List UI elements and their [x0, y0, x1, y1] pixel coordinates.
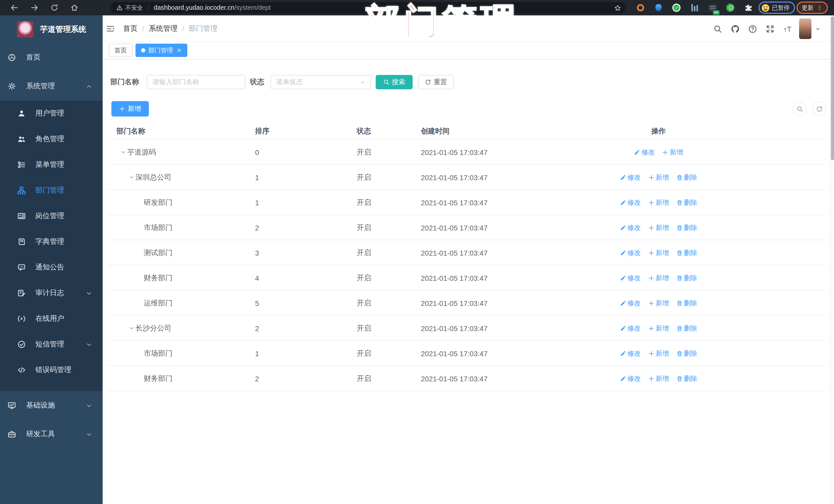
extensions-puzzle-icon[interactable] [743, 3, 753, 13]
row-actions: 修改新增删除 [597, 215, 720, 240]
add-link[interactable]: 新增 [648, 273, 669, 283]
delete-link[interactable]: 删除 [676, 299, 697, 308]
expand-caret-icon[interactable] [119, 148, 127, 156]
edit-link[interactable]: 修改 [620, 374, 641, 383]
sidebar-item-岗位管理[interactable]: 岗位管理 [0, 203, 103, 229]
add-link[interactable]: 新增 [648, 248, 669, 257]
delete-link[interactable]: 删除 [676, 349, 697, 358]
sidebar-item-审计日志[interactable]: 审计日志 [0, 280, 103, 306]
breadcrumb-system[interactable]: 系统管理 [149, 24, 178, 34]
edit-link[interactable]: 修改 [620, 273, 641, 283]
sidebar-item-错误码管理[interactable]: 错误码管理 [0, 357, 103, 383]
dept-name-input[interactable]: 请输入部门名称 [147, 75, 245, 89]
address-bar[interactable]: 不安全 dashboard.yudao.iocoder.cn/system/de… [110, 2, 626, 13]
browser-back-icon[interactable] [9, 2, 20, 13]
font-size-icon[interactable]: TT [778, 15, 796, 42]
add-link[interactable]: 新增 [648, 299, 669, 308]
plus-icon [648, 375, 654, 381]
delete-link[interactable]: 删除 [676, 248, 697, 257]
github-icon[interactable] [726, 15, 744, 42]
sidebar-item-首页[interactable]: 首页 [0, 43, 103, 72]
dept-name: 运维部门 [144, 299, 172, 308]
blue-extension-icon[interactable] [653, 3, 664, 13]
fullscreen-icon[interactable] [761, 15, 778, 42]
breadcrumb-home[interactable]: 首页 [123, 24, 137, 34]
expand-caret-icon[interactable] [127, 173, 135, 181]
toggle-search-button[interactable] [792, 102, 807, 116]
add-link[interactable]: 新增 [648, 198, 669, 207]
add-link[interactable]: 新增 [662, 148, 683, 157]
sidebar-item-角色管理[interactable]: 角色管理 [0, 126, 103, 152]
browser-home-icon[interactable] [69, 2, 80, 13]
add-link[interactable]: 新增 [648, 349, 669, 358]
browser-forward-icon[interactable] [29, 2, 40, 13]
search-button[interactable]: 搜索 [376, 75, 413, 89]
sidebar-item-菜单管理[interactable]: 菜单管理 [0, 152, 103, 178]
tab-close-icon[interactable] [177, 48, 182, 53]
browser-update-button[interactable]: 更新 ⋮ [796, 2, 828, 14]
add-button[interactable]: 新增 [111, 101, 149, 116]
edit-link[interactable]: 修改 [620, 324, 641, 333]
refresh-table-button[interactable] [812, 102, 826, 116]
edit-link[interactable]: 修改 [620, 248, 641, 257]
sidebar-toggle-icon[interactable] [106, 24, 115, 34]
active-tab-dot [141, 48, 145, 52]
site-security-chip[interactable]: 不安全 [116, 4, 143, 12]
sidebar-item-基础设施[interactable]: 基础设施 [0, 391, 103, 420]
delete-link[interactable]: 删除 [676, 374, 697, 383]
sidebar-item-部门管理[interactable]: 部门管理 [0, 178, 103, 203]
browser-reload-icon[interactable] [49, 2, 60, 13]
tab-home[interactable]: 首页 [109, 44, 132, 57]
expand-caret-icon[interactable] [127, 324, 135, 332]
dashboard-icon [8, 53, 16, 62]
green-circle-extension-icon[interactable] [725, 3, 736, 13]
delete-link[interactable]: 删除 [676, 198, 697, 207]
columns-extension-icon[interactable] [689, 3, 700, 13]
edit-link[interactable]: 修改 [620, 349, 641, 358]
sidebar-item-在线用户[interactable]: 在线用户 [0, 306, 103, 332]
add-link[interactable]: 新增 [648, 324, 669, 333]
tab-dept-management[interactable]: 部门管理 [135, 44, 187, 57]
browser-profile-chip[interactable]: 已暂停 [759, 2, 795, 14]
delete-link[interactable]: 删除 [676, 173, 697, 182]
switch-extension-icon[interactable]: on [707, 3, 718, 13]
avatar-caret-down-icon[interactable] [811, 15, 824, 42]
sidebar-item-通知公告[interactable]: 通知公告 [0, 255, 103, 280]
edit-link[interactable]: 修改 [620, 198, 641, 207]
sidebar-item-用户管理[interactable]: 用户管理 [0, 101, 103, 126]
delete-link[interactable]: 删除 [676, 324, 697, 333]
edit-link[interactable]: 修改 [620, 223, 641, 232]
user-avatar[interactable] [799, 19, 811, 39]
edit-link[interactable]: 修改 [634, 148, 655, 157]
edit-link[interactable]: 修改 [620, 173, 641, 182]
green-check-extension-icon[interactable]: ✓ [671, 3, 682, 13]
action-label: 新增 [656, 349, 669, 358]
action-label: 修改 [641, 148, 655, 157]
reset-button[interactable]: 重置 [418, 75, 454, 89]
help-icon[interactable] [744, 15, 761, 42]
sidebar-item-短信管理[interactable]: 短信管理 [0, 332, 103, 357]
action-label: 删除 [684, 299, 697, 308]
sidebar-item-系统管理[interactable]: 系统管理 [0, 72, 103, 101]
page-scrollbar[interactable] [830, 15, 834, 504]
add-link[interactable]: 新增 [648, 173, 669, 182]
plus-icon [648, 300, 654, 306]
sidebar-item-研发工具[interactable]: 研发工具 [0, 420, 103, 448]
search-icon[interactable] [709, 15, 726, 42]
orange-extension-icon[interactable] [635, 3, 646, 13]
scrollbar-thumb[interactable] [831, 17, 834, 160]
delete-link[interactable]: 删除 [676, 223, 697, 232]
edit-link[interactable]: 修改 [620, 299, 641, 308]
add-link[interactable]: 新增 [648, 374, 669, 383]
bookmark-star-icon[interactable] [614, 4, 621, 11]
dept-created-time: 2021-01-05 17:03:47 [421, 290, 487, 316]
dept-name: 长沙分公司 [135, 324, 171, 333]
caret-spacer [135, 198, 144, 206]
delete-link[interactable]: 删除 [676, 273, 697, 283]
breadcrumb-current: 部门管理 [189, 24, 218, 34]
browser-menu-icon[interactable]: ⋮ [816, 5, 823, 11]
app-logo[interactable]: 芋道管理系统 [0, 15, 103, 43]
status-select[interactable]: 菜单状态 [270, 75, 371, 89]
add-link[interactable]: 新增 [648, 223, 669, 232]
sidebar-item-字典管理[interactable]: 字典管理 [0, 229, 103, 255]
